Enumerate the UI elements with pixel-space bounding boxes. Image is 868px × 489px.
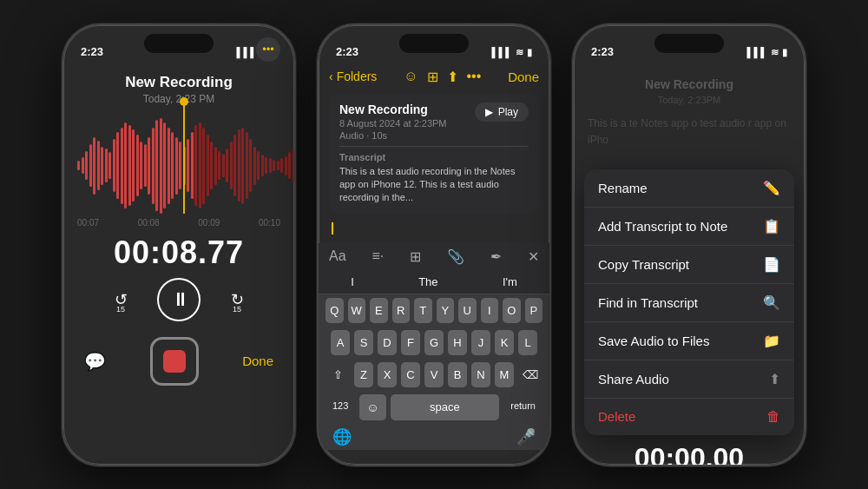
font-tool[interactable]: Aa (329, 248, 346, 264)
key-o[interactable]: O (503, 298, 521, 323)
more-button-1[interactable]: ••• (256, 37, 280, 62)
suggestion-0[interactable]: I (351, 275, 354, 288)
close-kb-tool[interactable]: ✕ (528, 248, 539, 265)
waveform-bar-54 (288, 152, 291, 179)
key-g[interactable]: G (424, 330, 444, 355)
markup-tool[interactable]: ✒ (490, 248, 502, 265)
play-pill-button[interactable]: ▶ Play (475, 102, 529, 122)
waveform-bar-44 (249, 139, 252, 192)
waveform-bar-35 (214, 147, 217, 185)
mic-icon[interactable]: 🎤 (516, 427, 536, 446)
waveform-bar-1 (82, 157, 84, 175)
key-l[interactable]: L (518, 330, 537, 355)
waveform-bar-11 (121, 128, 123, 204)
key-c[interactable]: C (401, 362, 420, 387)
transcript-section-label: Transcript (339, 152, 529, 162)
key-j[interactable]: J (471, 330, 490, 355)
table-tool[interactable]: ⊞ (410, 248, 421, 265)
key-v[interactable]: V (424, 362, 444, 387)
keyboard-row-2: ASDFGHJKL (319, 327, 549, 359)
transcript-button[interactable]: 💬 (84, 351, 106, 372)
context-menu: Rename ✏️ Add Transcript to Note 📋 Copy … (584, 169, 794, 435)
bottom-bar-1: 💬 Done (63, 328, 294, 403)
more-icon-2[interactable]: ••• (467, 69, 482, 84)
waveform-bar-41 (238, 129, 240, 202)
key-123[interactable]: 123 (326, 394, 355, 420)
waveform-bar-17 (144, 144, 147, 188)
pause-record-button[interactable] (150, 337, 199, 386)
attach-tool[interactable]: 📎 (447, 248, 464, 265)
key-r[interactable]: R (392, 298, 411, 323)
waveform-bar-52 (280, 158, 283, 173)
key-f[interactable]: F (401, 330, 420, 355)
waveform-bar-18 (148, 137, 150, 195)
done-button-1[interactable]: Done (242, 354, 273, 368)
key-x[interactable]: X (378, 362, 397, 387)
waveform-bar-49 (269, 158, 272, 173)
menu-item-add-transcript[interactable]: Add Transcript to Note 📋 (584, 208, 794, 246)
key-s[interactable]: S (354, 330, 373, 355)
keyboard-row-3: ⇧ZXCVBNM⌫ (319, 359, 549, 391)
return-key[interactable]: return (503, 394, 542, 420)
key-n[interactable]: N (471, 362, 490, 387)
copy-transcript-label: Copy Transcript (598, 257, 689, 272)
key-w[interactable]: W (348, 298, 366, 323)
screen-3: 2:23 ▌▌▌ ≋ ▮ New Recording Today, 2:23PM… (574, 25, 805, 466)
key-u[interactable]: U (458, 298, 477, 323)
suggestion-1[interactable]: The (418, 275, 437, 288)
timer-display-1: 00:08.77 (63, 235, 294, 271)
share-audio-icon: ⬆ (769, 371, 780, 387)
key-h[interactable]: H (448, 330, 467, 355)
key-t[interactable]: T (414, 298, 432, 323)
text-area[interactable] (319, 217, 549, 243)
key-y[interactable]: Y (437, 298, 455, 323)
emoji-key[interactable]: ☺ (359, 394, 385, 420)
audio-card-duration: Audio · 10s (339, 130, 447, 141)
back-button[interactable]: ‹ Folders (329, 69, 377, 83)
menu-item-share-audio[interactable]: Share Audio ⬆ (584, 360, 794, 399)
signal-icon: ▌▌▌ (237, 47, 257, 57)
waveform-bar-46 (257, 151, 260, 180)
share-icon[interactable]: ⬆ (447, 69, 458, 85)
screen-1: 2:23 ▌▌▌ ≋ ▮ ••• New Recording Today, 2:… (63, 25, 294, 403)
bg-recording-title: New Recording (588, 77, 791, 91)
key-a[interactable]: A (331, 330, 350, 355)
skip-back-button[interactable]: ↺ 15 (105, 284, 136, 315)
list-tool[interactable]: ≡· (372, 248, 385, 264)
bg-recording-date: Today, 2:23PM (588, 95, 791, 105)
waveform-bar-16 (140, 142, 142, 189)
skip-forward-button[interactable]: ↻ 15 (221, 284, 253, 315)
waveform-bar-45 (253, 147, 256, 185)
menu-item-copy-transcript[interactable]: Copy Transcript 📄 (584, 246, 794, 284)
key-k[interactable]: K (495, 330, 514, 355)
key-b[interactable]: B (448, 362, 467, 387)
menu-item-save-audio[interactable]: Save Audio to Files 📁 (584, 322, 794, 360)
suggestion-2[interactable]: I'm (503, 275, 517, 288)
waveform-bar-5 (97, 141, 100, 190)
waveform-bar-36 (218, 151, 220, 180)
space-key[interactable]: space (391, 394, 500, 420)
dynamic-island-3 (654, 34, 724, 53)
format-icon[interactable]: ⊞ (427, 69, 438, 85)
waveform-bar-26 (179, 142, 181, 189)
key-p[interactable]: P (525, 298, 543, 323)
key-i[interactable]: I (481, 298, 499, 323)
play-pause-button[interactable]: ⏸ (157, 278, 201, 321)
menu-item-delete[interactable]: Delete 🗑 (584, 399, 794, 435)
key-d[interactable]: D (378, 330, 397, 355)
emoji-icon[interactable]: ☺ (404, 69, 418, 84)
menu-item-find-transcript[interactable]: Find in Transcript 🔍 (584, 284, 794, 322)
shift-key[interactable]: ⇧ (326, 362, 350, 387)
key-e[interactable]: E (370, 298, 388, 323)
waveform-bar-13 (128, 125, 131, 207)
save-audio-icon: 📁 (763, 333, 780, 349)
key-m[interactable]: M (495, 362, 514, 387)
menu-item-rename[interactable]: Rename ✏️ (584, 169, 794, 208)
audio-card-title: New Recording (339, 102, 447, 116)
done-button-2[interactable]: Done (508, 69, 539, 84)
delete-key[interactable]: ⌫ (518, 362, 542, 387)
waveform-container (63, 105, 294, 227)
key-z[interactable]: Z (354, 362, 373, 387)
key-q[interactable]: Q (326, 298, 344, 323)
globe-icon[interactable]: 🌐 (332, 427, 352, 446)
